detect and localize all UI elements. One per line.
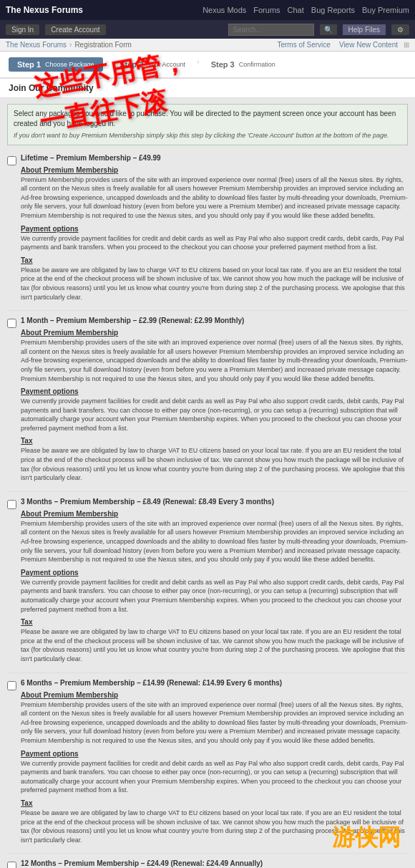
step-3-label: Confirmation: [239, 61, 275, 68]
top-nav-bar: The Nexus Forums Nexus Mods Forums Chat …: [0, 0, 415, 20]
section-title: Payment options: [21, 225, 408, 233]
section-title: About Premium Membership: [21, 691, 408, 699]
step-arrow-1: ›: [106, 57, 109, 72]
join-section: Join Our Community: [0, 79, 415, 98]
second-nav-bar: Sign In Create Account 🔍 Help Files ⚙: [0, 20, 415, 39]
section-text: Premium Membership provides users of the…: [21, 338, 408, 383]
package-content-1month: 1 Month – Premium Membership – £2.99 (Re…: [21, 317, 408, 486]
nav-buy-premium[interactable]: Buy Premium: [362, 6, 409, 14]
package-item: 3 Months – Premium Membership – £8.49 (R…: [7, 498, 408, 667]
breadcrumb-bar: The Nexus Forums › Registration Form Ter…: [0, 39, 415, 52]
nav-chat[interactable]: Chat: [288, 6, 304, 14]
package-header-6months: 6 Months – Premium Membership – £14.99 (…: [21, 679, 408, 687]
search-input[interactable]: [228, 24, 314, 36]
package-content-3months: 3 Months – Premium Membership – £8.49 (R…: [21, 498, 408, 667]
package-content-6months: 6 Months – Premium Membership – £14.99 (…: [21, 679, 408, 848]
section-text: Premium Membership provides users of the…: [21, 175, 408, 221]
section-title: Tax: [21, 618, 408, 626]
nav-nexus-mods[interactable]: Nexus Mods: [202, 6, 246, 14]
package-checkbox-12months[interactable]: [7, 862, 16, 868]
section-title: Payment options: [21, 387, 408, 395]
package-header-3months: 3 Months – Premium Membership – £8.49 (R…: [21, 498, 408, 506]
section-text: We currently provide payment facilities …: [21, 759, 408, 795]
section-text: Premium Membership provides users of the…: [21, 519, 408, 564]
breadcrumb-sep-1: ›: [69, 41, 72, 49]
info-box: Select any packages you would like to pu…: [7, 104, 408, 145]
step-3-num: Step 3: [211, 60, 235, 69]
section-text: Premium Membership provides users of the…: [21, 700, 408, 746]
sign-in-button[interactable]: Sign In: [6, 24, 39, 35]
package-content-12months: 12 Months – Premium Membership – £24.49 …: [21, 859, 408, 868]
packages-container: Lifetime – Premium Membership – £49.99Ab…: [0, 151, 415, 868]
search-icon-button[interactable]: 🔍: [320, 24, 337, 35]
section-title: Payment options: [21, 569, 408, 577]
section-title: About Premium Membership: [21, 510, 408, 518]
package-checkbox-1month[interactable]: [7, 319, 16, 328]
info-sub-text: If you don't want to buy Premium Members…: [14, 131, 401, 140]
join-title: Join Our Community: [9, 83, 94, 93]
section-text: Please be aware we are obligated by law …: [21, 809, 408, 844]
section-text: We currently provide payment facilities …: [21, 578, 408, 614]
package-header-12months: 12 Months – Premium Membership – £24.49 …: [21, 859, 408, 867]
nav-forums[interactable]: Forums: [253, 6, 280, 14]
section-text: Please be aware we are obligated by law …: [21, 627, 408, 663]
package-content-lifetime: Lifetime – Premium Membership – £49.99Ab…: [21, 154, 408, 305]
section-title: Tax: [21, 437, 408, 445]
section-text: We currently provide payment facilities …: [21, 234, 408, 252]
package-item: 1 Month – Premium Membership – £2.99 (Re…: [7, 317, 408, 486]
info-main-text: Select any packages you would like to pu…: [14, 109, 401, 129]
package-checkbox-3months[interactable]: [7, 500, 16, 509]
nav-bug-reports[interactable]: Bug Reports: [311, 6, 355, 14]
tos-link[interactable]: Terms of Service: [277, 41, 330, 49]
step-2-num: Step 2: [119, 60, 143, 69]
step-1-label: Choose Package: [45, 61, 94, 68]
section-text: Please be aware we are obligated by law …: [21, 446, 408, 482]
breadcrumb-home[interactable]: The Nexus Forums: [6, 41, 67, 49]
step-1[interactable]: Step 1 Choose Package: [9, 57, 103, 72]
top-nav-links: Nexus Mods Forums Chat Bug Reports Buy P…: [202, 6, 409, 14]
section-title: About Premium Membership: [21, 166, 408, 174]
site-title: The Nexus Forums: [6, 5, 194, 15]
package-item: 6 Months – Premium Membership – £14.99 (…: [7, 679, 408, 848]
package-checkbox-lifetime[interactable]: [7, 156, 16, 165]
step-arrow-2: ›: [197, 57, 200, 72]
view-new-content-link[interactable]: View New Content: [339, 41, 398, 49]
steps-bar: Step 1 Choose Package › Step 2 Your Acco…: [0, 52, 415, 79]
section-text: Please be aware we are obligated by law …: [21, 266, 408, 302]
section-text: We currently provide payment facilities …: [21, 397, 408, 433]
step-3[interactable]: Step 3 Confirmation: [202, 57, 284, 72]
step-2[interactable]: Step 2 Your Account: [111, 57, 194, 72]
package-header-lifetime: Lifetime – Premium Membership – £49.99: [21, 154, 408, 162]
grid-icon: ⊞: [404, 41, 409, 49]
create-account-nav-button[interactable]: Create Account: [45, 24, 105, 35]
package-item: Lifetime – Premium Membership – £49.99Ab…: [7, 154, 408, 305]
step-2-label: Your Account: [147, 61, 185, 68]
section-title: Payment options: [21, 750, 408, 758]
help-files-button[interactable]: Help Files: [343, 24, 386, 35]
breadcrumb-current: Registration Form: [74, 41, 131, 49]
section-title: About Premium Membership: [21, 329, 408, 337]
section-title: Tax: [21, 799, 408, 807]
package-header-1month: 1 Month – Premium Membership – £2.99 (Re…: [21, 317, 408, 324]
settings-icon-button[interactable]: ⚙: [391, 24, 409, 35]
package-checkbox-6months[interactable]: [7, 681, 16, 690]
step-1-num: Step 1: [17, 60, 41, 69]
section-title: Tax: [21, 256, 408, 264]
package-item: 12 Months – Premium Membership – £24.49 …: [7, 859, 408, 868]
